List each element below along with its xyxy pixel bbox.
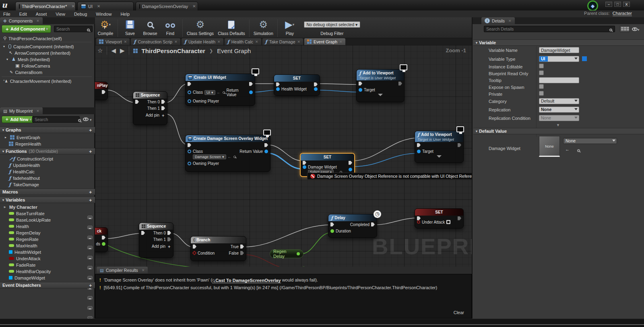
exec-in-pin[interactable] (330, 222, 334, 226)
add-new-button[interactable]: ＋ Add New ▾ (2, 116, 35, 123)
class-settings-button[interactable]: ⚙ Class Settings (187, 19, 214, 36)
component-charactermovement[interactable]: °♟ CharacterMovement (Inherited) (0, 78, 95, 84)
exec-in-pin[interactable] (188, 143, 191, 147)
menu-window[interactable]: Window (96, 12, 111, 16)
tab-construction-script[interactable]: ƒConstruction Scrip✕ (131, 38, 180, 45)
add-pin-button[interactable]: Add pin＋ (139, 243, 173, 250)
node-beginplay-partial[interactable]: nPlay (95, 82, 108, 100)
tab-event-graph[interactable]: Event Graph✕ (304, 38, 345, 45)
functions-section-header[interactable]: ▾ Functions (30 Overridable) ＋ (0, 148, 95, 154)
true-exec-pin[interactable] (240, 245, 244, 249)
asset-tab-ui[interactable]: UI ✕ (77, 2, 134, 10)
visibility-eye-icon[interactable]: ▾ (83, 117, 92, 122)
variable-row[interactable]: BaseTurnRate (6, 210, 90, 216)
compiler-node-link[interactable]: Cast To DamageScreenOverlay (212, 278, 281, 283)
exec-out-pin[interactable] (249, 82, 253, 86)
variable-category[interactable]: ▹ My Character (1, 204, 95, 210)
graph-item-eventgraph[interactable]: ▸ EventGraph (2, 134, 95, 140)
variable-row[interactable]: Health (6, 223, 90, 229)
eye-closed-icon[interactable] (87, 296, 93, 300)
expose-on-spawn-checkbox[interactable] (539, 84, 544, 89)
class-dropdown[interactable]: UI ▾ (204, 90, 215, 95)
close-icon[interactable]: ✕ (508, 19, 512, 23)
add-component-button[interactable]: ＋ Add Component ▾ (2, 25, 51, 33)
function-item-constructionscript[interactable]: ↗ƒ ConstructionScript (6, 156, 95, 162)
variable-name-input[interactable] (539, 47, 579, 53)
node-regen-delay-getter[interactable]: Regen Delay (270, 249, 303, 258)
myblueprint-tab[interactable]: ▤ My Blueprint ✕ (0, 107, 43, 114)
add-dispatcher-icon[interactable]: ＋ (88, 282, 93, 288)
close-button[interactable]: X (623, 2, 630, 7)
breadcrumb-root[interactable]: ThirdPersonCharacter (142, 47, 205, 54)
function-item-updatehealth[interactable]: ƒ UpdateHealth (6, 162, 95, 168)
collapse-arrow-icon[interactable] (378, 94, 383, 96)
exec-out-pin[interactable] (102, 90, 105, 94)
node-branch[interactable]: ⟨Branch True ConditionFalse (190, 236, 246, 261)
close-icon[interactable]: ✕ (192, 4, 196, 8)
variable-row[interactable]: UnderAttack (6, 255, 90, 261)
chevron-down-icon[interactable]: ▾ (293, 23, 295, 27)
exec-out-pin[interactable] (458, 143, 461, 147)
variable-row[interactable]: MaxHealth (6, 243, 90, 249)
component-mesh[interactable]: ▾ ♟ Mesh (Inherited) (3, 56, 95, 62)
tab-update-health[interactable]: ƒUpdate Health✕ (182, 38, 223, 45)
value-out-pin[interactable] (297, 252, 300, 255)
exec-out-pin[interactable] (102, 236, 105, 240)
variable-section-header[interactable]: ▾ Variable (473, 39, 644, 46)
variable-row[interactable]: FadeRate (6, 262, 90, 268)
node-create-damage-screen-overlay-widget[interactable]: Create Damage Screen Overlay Widget Clas… (185, 135, 270, 172)
type-color-swatch[interactable] (582, 56, 587, 61)
node-set-under-attack[interactable]: SET Under Attack (415, 208, 464, 228)
close-icon[interactable]: ✕ (142, 268, 145, 272)
close-icon[interactable]: ✕ (72, 4, 75, 8)
view-options-eye-icon[interactable]: ▾ (632, 27, 640, 32)
function-item-fadehealthout[interactable]: ƒ fadehealthout (6, 175, 95, 181)
reset-arrow-icon[interactable]: ← (217, 90, 221, 95)
tooltip-input[interactable] (539, 77, 579, 83)
exec-in-pin[interactable] (141, 231, 145, 235)
class-pin[interactable] (188, 90, 191, 94)
close-icon[interactable]: ✕ (339, 40, 343, 44)
find-button[interactable]: Find (162, 19, 178, 36)
event-dispatchers-header[interactable]: Event Dispatchers ＋ (0, 282, 95, 288)
category-dropdown[interactable]: Default (539, 98, 579, 104)
close-icon[interactable]: ✕ (255, 40, 258, 44)
default-asset-dropdown[interactable]: None (563, 138, 617, 144)
display-filter-icon[interactable] (620, 26, 630, 32)
asset-tab-thirdpersoncharacter[interactable]: ThirdPersonCharacter* ✕ (15, 2, 76, 10)
asset-tab-damagescreenoverlay[interactable]: DamageScreenOverlay ✕ (136, 2, 198, 10)
owning-player-pin[interactable] (188, 162, 191, 165)
browse-asset-icon[interactable] (233, 156, 236, 158)
node-sequence-1[interactable]: Sequence Then 0 Then 1 Add pin＋ (133, 91, 167, 125)
add-function-icon[interactable]: ＋ (88, 148, 93, 154)
replication-dropdown[interactable]: None (539, 107, 579, 113)
use-selected-arrow-icon[interactable]: ← (565, 147, 570, 152)
expander-icon[interactable]: ▸ (5, 136, 8, 139)
back-icon[interactable]: ◀ (111, 47, 116, 54)
exec-out-pin[interactable] (167, 231, 171, 235)
menu-debug[interactable]: Debug (74, 12, 87, 16)
component-arrow[interactable]: ↖ ArrowComponent (Inherited) (6, 50, 95, 56)
expand-advanced-icon[interactable]: ▼ (556, 123, 560, 127)
add-macro-icon[interactable]: ＋ (88, 189, 93, 195)
variable-row[interactable]: HealthWidget (6, 249, 90, 255)
exec-out-pin[interactable] (161, 100, 165, 104)
close-icon[interactable]: ✕ (297, 40, 301, 44)
owning-player-pin[interactable] (188, 99, 191, 103)
component-capsule[interactable]: ▾ CapsuleComponent (Inherited) (0, 43, 95, 49)
variable-row[interactable]: RegenRate (6, 236, 90, 242)
menu-asset[interactable]: Asset (36, 12, 47, 16)
data-out-pin[interactable] (102, 242, 105, 246)
variable-type-dropdown[interactable]: UI (539, 56, 579, 62)
eye-closed-icon[interactable] (87, 306, 93, 310)
exec-in-pin[interactable] (359, 82, 362, 86)
minimize-button[interactable]: – (605, 2, 612, 7)
blueprint-read-only-checkbox[interactable] (539, 70, 544, 75)
class-dropdown[interactable]: Damage Screen ▾ (193, 154, 226, 159)
macros-section-header[interactable]: Macros ＋ (0, 189, 95, 195)
private-checkbox[interactable] (539, 91, 544, 96)
close-icon[interactable]: ✕ (36, 19, 39, 23)
exec-out-pin[interactable] (167, 237, 171, 241)
value-in-pin[interactable] (276, 87, 280, 91)
reset-arrow-icon[interactable]: ← (228, 154, 232, 159)
